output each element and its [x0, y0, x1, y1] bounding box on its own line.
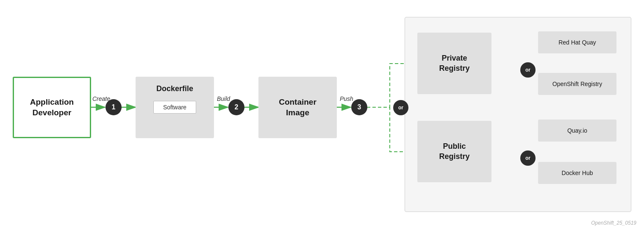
container-image-label: Container Image	[279, 97, 316, 118]
software-box: Software	[153, 101, 196, 114]
red-hat-quay-box: Red Hat Quay	[538, 31, 616, 53]
dockerfile-box: Dockerfile Software	[136, 77, 214, 138]
step3-circle: 3	[351, 99, 367, 115]
or-circle-public: or	[520, 150, 536, 166]
push-label: Push	[340, 95, 353, 102]
app-developer-label: Application Developer	[30, 97, 74, 118]
container-image-box: Container Image	[258, 77, 337, 138]
step1-circle: 1	[105, 99, 122, 115]
or-circle-main: or	[393, 100, 408, 115]
openshift-registry-label: OpenShift Registry	[552, 81, 602, 87]
public-registry-box: Public Registry	[417, 121, 491, 182]
openshift-registry-box: OpenShift Registry	[538, 73, 616, 95]
public-registry-label: Public Registry	[439, 142, 469, 161]
dockerfile-label: Dockerfile	[156, 84, 193, 93]
watermark: OpenShift_25_0519	[591, 220, 636, 226]
quay-io-label: Quay.io	[567, 127, 587, 134]
app-developer-box: Application Developer	[13, 77, 91, 138]
private-registry-label: Private Registry	[439, 53, 469, 73]
diagram-container: Application Developer Create 1 Dockerfil…	[0, 0, 644, 231]
red-hat-quay-label: Red Hat Quay	[558, 39, 596, 46]
docker-hub-label: Docker Hub	[562, 170, 593, 176]
quay-io-box: Quay.io	[538, 120, 616, 142]
private-registry-box: Private Registry	[417, 33, 491, 94]
docker-hub-box: Docker Hub	[538, 162, 616, 184]
or-circle-private: or	[520, 62, 536, 78]
step2-circle: 2	[228, 99, 244, 115]
build-label: Build	[217, 95, 230, 102]
